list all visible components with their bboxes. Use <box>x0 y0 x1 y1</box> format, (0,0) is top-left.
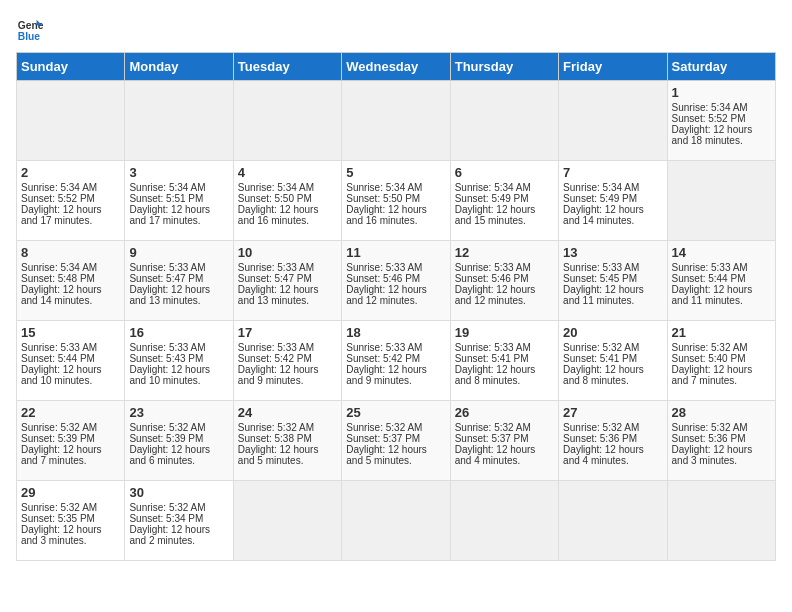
day-info: Sunset: 5:36 PM <box>672 433 771 444</box>
calendar-cell: 14Sunrise: 5:33 AMSunset: 5:44 PMDayligh… <box>667 241 775 321</box>
day-info: Daylight: 12 hours <box>672 124 771 135</box>
day-info: Sunrise: 5:33 AM <box>672 262 771 273</box>
day-info: Daylight: 12 hours <box>346 284 445 295</box>
day-info: and 12 minutes. <box>455 295 554 306</box>
logo-icon: General Blue <box>16 16 44 44</box>
calendar-cell: 29Sunrise: 5:32 AMSunset: 5:35 PMDayligh… <box>17 481 125 561</box>
day-info: and 16 minutes. <box>346 215 445 226</box>
day-info: Sunset: 5:46 PM <box>346 273 445 284</box>
day-info: and 8 minutes. <box>563 375 662 386</box>
day-info: Daylight: 12 hours <box>129 204 228 215</box>
day-info: Daylight: 12 hours <box>563 204 662 215</box>
day-info: Daylight: 12 hours <box>346 204 445 215</box>
calendar-cell: 10Sunrise: 5:33 AMSunset: 5:47 PMDayligh… <box>233 241 341 321</box>
day-info: Sunset: 5:52 PM <box>672 113 771 124</box>
day-number: 19 <box>455 325 554 340</box>
calendar-cell: 24Sunrise: 5:32 AMSunset: 5:38 PMDayligh… <box>233 401 341 481</box>
calendar-cell: 17Sunrise: 5:33 AMSunset: 5:42 PMDayligh… <box>233 321 341 401</box>
day-info: Daylight: 12 hours <box>563 444 662 455</box>
day-info: Sunrise: 5:33 AM <box>238 262 337 273</box>
day-info: and 3 minutes. <box>21 535 120 546</box>
day-info: Sunset: 5:41 PM <box>563 353 662 364</box>
week-row-6: 29Sunrise: 5:32 AMSunset: 5:35 PMDayligh… <box>17 481 776 561</box>
svg-text:Blue: Blue <box>18 31 41 42</box>
day-info: Daylight: 12 hours <box>21 204 120 215</box>
day-number: 5 <box>346 165 445 180</box>
day-info: Daylight: 12 hours <box>346 364 445 375</box>
day-info: Daylight: 12 hours <box>672 364 771 375</box>
calendar-cell <box>559 481 667 561</box>
day-info: Sunrise: 5:32 AM <box>672 342 771 353</box>
calendar-cell: 13Sunrise: 5:33 AMSunset: 5:45 PMDayligh… <box>559 241 667 321</box>
day-number: 28 <box>672 405 771 420</box>
calendar-cell: 25Sunrise: 5:32 AMSunset: 5:37 PMDayligh… <box>342 401 450 481</box>
day-info: Sunset: 5:34 PM <box>129 513 228 524</box>
day-number: 16 <box>129 325 228 340</box>
day-info: and 5 minutes. <box>346 455 445 466</box>
day-number: 29 <box>21 485 120 500</box>
col-header-sunday: Sunday <box>17 53 125 81</box>
day-info: Sunset: 5:52 PM <box>21 193 120 204</box>
calendar-cell <box>233 81 341 161</box>
day-info: and 13 minutes. <box>238 295 337 306</box>
day-info: Sunset: 5:51 PM <box>129 193 228 204</box>
col-header-saturday: Saturday <box>667 53 775 81</box>
calendar-cell: 8Sunrise: 5:34 AMSunset: 5:48 PMDaylight… <box>17 241 125 321</box>
day-number: 4 <box>238 165 337 180</box>
day-info: Sunset: 5:47 PM <box>129 273 228 284</box>
day-info: Sunset: 5:44 PM <box>21 353 120 364</box>
day-info: Sunset: 5:42 PM <box>238 353 337 364</box>
day-info: Sunrise: 5:33 AM <box>455 262 554 273</box>
day-info: Sunrise: 5:33 AM <box>129 342 228 353</box>
week-row-2: 2Sunrise: 5:34 AMSunset: 5:52 PMDaylight… <box>17 161 776 241</box>
day-number: 21 <box>672 325 771 340</box>
day-number: 24 <box>238 405 337 420</box>
day-info: Daylight: 12 hours <box>238 444 337 455</box>
day-info: and 7 minutes. <box>21 455 120 466</box>
day-info: Daylight: 12 hours <box>21 284 120 295</box>
day-info: Sunset: 5:46 PM <box>455 273 554 284</box>
day-info: Sunrise: 5:32 AM <box>129 502 228 513</box>
day-info: Sunrise: 5:32 AM <box>346 422 445 433</box>
calendar-header: SundayMondayTuesdayWednesdayThursdayFrid… <box>17 53 776 81</box>
day-number: 27 <box>563 405 662 420</box>
day-info: Sunset: 5:35 PM <box>21 513 120 524</box>
day-info: Sunset: 5:48 PM <box>21 273 120 284</box>
day-number: 22 <box>21 405 120 420</box>
calendar-cell: 28Sunrise: 5:32 AMSunset: 5:36 PMDayligh… <box>667 401 775 481</box>
calendar-cell: 11Sunrise: 5:33 AMSunset: 5:46 PMDayligh… <box>342 241 450 321</box>
day-info: and 17 minutes. <box>21 215 120 226</box>
day-info: Sunrise: 5:33 AM <box>21 342 120 353</box>
calendar-cell: 5Sunrise: 5:34 AMSunset: 5:50 PMDaylight… <box>342 161 450 241</box>
day-info: Sunrise: 5:32 AM <box>563 342 662 353</box>
svg-text:General: General <box>18 20 44 31</box>
day-info: Sunset: 5:40 PM <box>672 353 771 364</box>
day-info: and 9 minutes. <box>238 375 337 386</box>
day-info: and 8 minutes. <box>455 375 554 386</box>
day-info: Sunrise: 5:33 AM <box>346 342 445 353</box>
day-info: and 3 minutes. <box>672 455 771 466</box>
day-info: and 6 minutes. <box>129 455 228 466</box>
day-info: and 11 minutes. <box>672 295 771 306</box>
col-header-tuesday: Tuesday <box>233 53 341 81</box>
day-info: Daylight: 12 hours <box>129 444 228 455</box>
calendar-cell: 26Sunrise: 5:32 AMSunset: 5:37 PMDayligh… <box>450 401 558 481</box>
calendar-cell <box>667 481 775 561</box>
calendar-cell <box>233 481 341 561</box>
week-row-1: 1Sunrise: 5:34 AMSunset: 5:52 PMDaylight… <box>17 81 776 161</box>
calendar-cell: 3Sunrise: 5:34 AMSunset: 5:51 PMDaylight… <box>125 161 233 241</box>
day-info: Sunset: 5:39 PM <box>129 433 228 444</box>
day-info: and 17 minutes. <box>129 215 228 226</box>
day-info: Daylight: 12 hours <box>563 364 662 375</box>
day-info: Sunset: 5:38 PM <box>238 433 337 444</box>
day-info: Sunset: 5:42 PM <box>346 353 445 364</box>
calendar-cell: 1Sunrise: 5:34 AMSunset: 5:52 PMDaylight… <box>667 81 775 161</box>
calendar-cell: 2Sunrise: 5:34 AMSunset: 5:52 PMDaylight… <box>17 161 125 241</box>
day-info: Sunset: 5:36 PM <box>563 433 662 444</box>
day-info: Sunrise: 5:33 AM <box>238 342 337 353</box>
week-row-5: 22Sunrise: 5:32 AMSunset: 5:39 PMDayligh… <box>17 401 776 481</box>
day-number: 30 <box>129 485 228 500</box>
day-info: and 12 minutes. <box>346 295 445 306</box>
day-info: Sunrise: 5:34 AM <box>346 182 445 193</box>
day-info: Sunrise: 5:33 AM <box>455 342 554 353</box>
